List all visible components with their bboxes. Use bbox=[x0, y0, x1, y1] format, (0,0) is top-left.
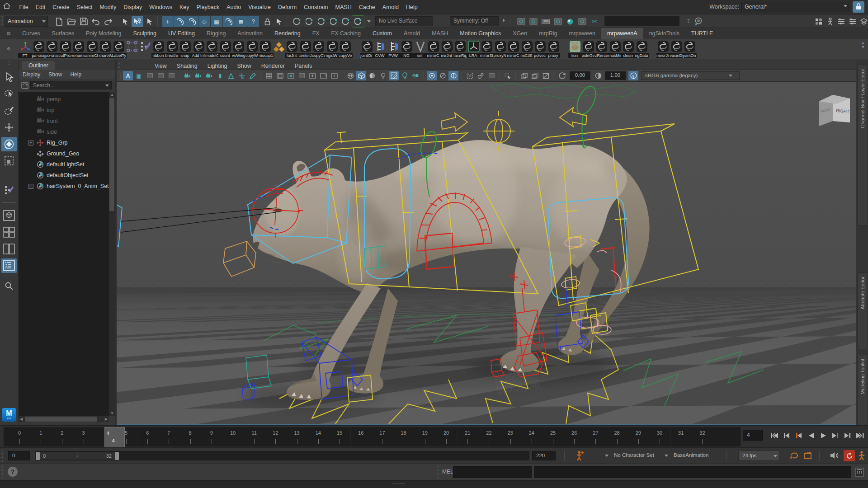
scale-tool-icon[interactable] bbox=[1, 154, 17, 168]
highlight-selection-icon[interactable] bbox=[273, 16, 285, 27]
shelf-tab-uv-editing[interactable]: UV Editing bbox=[162, 28, 201, 39]
shelf-button-vacinDe[interactable]: vacinDe bbox=[670, 40, 683, 59]
shelf-tab-poly-modeling[interactable]: Poly Modeling bbox=[80, 28, 127, 39]
shelf-tab-custom[interactable]: Custom bbox=[367, 28, 398, 39]
paint-skin-weights-icon[interactable] bbox=[1, 183, 17, 197]
shelf-tab-mash[interactable]: MASH bbox=[426, 28, 454, 39]
workspace-lock-icon[interactable] bbox=[853, 1, 864, 13]
shelf-button-PVW[interactable]: PVW bbox=[387, 40, 400, 59]
outliner-title[interactable]: Outliner bbox=[22, 61, 55, 70]
snapshot-icon[interactable] bbox=[541, 71, 551, 80]
playblast-icon[interactable] bbox=[803, 451, 812, 462]
current-frame-indicator[interactable]: 44 bbox=[104, 427, 125, 448]
shelf-button-rigData[interactable]: rigData bbox=[636, 40, 648, 59]
shelf-button-faceRig[interactable]: faceRig bbox=[454, 40, 467, 59]
outliner-layout-icon[interactable] bbox=[1, 258, 17, 273]
copy-buffer-icon[interactable] bbox=[519, 71, 529, 80]
humanize-icon[interactable] bbox=[824, 16, 836, 27]
shelf-button-clean[interactable]: clean bbox=[622, 40, 635, 59]
shelf-button-pa-snap[interactable]: pa-snap bbox=[33, 40, 45, 59]
gamma-field[interactable]: 1.00 bbox=[605, 71, 626, 80]
resolution-gate-icon[interactable] bbox=[286, 71, 296, 80]
contrast-icon[interactable] bbox=[593, 71, 603, 80]
shelf-button-copyVe[interactable]: copyVe bbox=[339, 40, 352, 59]
anim-start-field[interactable]: 0 bbox=[8, 451, 30, 460]
mel-label[interactable]: MEL bbox=[442, 469, 453, 475]
render-icon-1[interactable] bbox=[528, 16, 539, 27]
go-to-start-button[interactable] bbox=[769, 430, 780, 441]
undo-icon[interactable] bbox=[90, 16, 102, 27]
toolbox-grip[interactable] bbox=[8, 61, 12, 66]
shelf-button-breathe[interactable]: breathe bbox=[166, 40, 179, 59]
shelf-tab-rendering[interactable]: Rendering bbox=[269, 28, 307, 39]
bookmark-icon[interactable]: ▮ bbox=[215, 71, 225, 80]
menu-deform[interactable]: Deform bbox=[274, 1, 300, 15]
select-camera-icon[interactable] bbox=[183, 71, 193, 80]
step-back-frame-button[interactable] bbox=[781, 430, 793, 441]
charset-dropdown-arrow[interactable] bbox=[605, 455, 609, 457]
shelf-button-mirorC[interactable]: mirorC bbox=[427, 40, 440, 59]
snap-grid-icon[interactable]: + bbox=[162, 16, 174, 27]
range-end-handle[interactable] bbox=[115, 452, 119, 460]
shelf-tab-fx-caching[interactable]: FX Caching bbox=[326, 28, 367, 39]
viewport-menu-show[interactable]: Show bbox=[232, 61, 256, 69]
snap-help-icon[interactable]: ? bbox=[247, 16, 259, 27]
render-settings-icon[interactable] bbox=[340, 16, 352, 27]
shelf-button-modelC[interactable]: modelC bbox=[206, 40, 218, 59]
sidebar-tab-modeling-toolkit[interactable]: Modeling Toolkit bbox=[857, 355, 868, 429]
play-backwards-button[interactable] bbox=[805, 430, 817, 441]
outliner-item-side[interactable]: ">side bbox=[19, 127, 109, 138]
outliner-item-hairSystem_0_Anim_Set[interactable]: +hairSystem_0_Anim_Set bbox=[19, 181, 109, 192]
render-icon-4[interactable] bbox=[564, 16, 576, 27]
outliner-menu-display[interactable]: Display bbox=[19, 70, 44, 78]
xray-joints-icon[interactable] bbox=[476, 71, 486, 80]
motion-blur-icon[interactable] bbox=[410, 71, 420, 80]
viewport-3d-scene[interactable]: RIGHT FRONT bbox=[117, 82, 856, 424]
menu-visualize[interactable]: Visualize bbox=[245, 1, 274, 15]
shelf-button-jointOn[interactable]: jointOn bbox=[684, 40, 696, 59]
camera-attributes-icon[interactable] bbox=[204, 71, 214, 80]
shelf-button-ribbon[interactable]: ribbon bbox=[152, 40, 165, 59]
outliner-menu-show[interactable]: Show bbox=[44, 70, 66, 78]
film-gate-icon[interactable] bbox=[275, 71, 285, 80]
shelf-button-snap[interactable]: snap bbox=[179, 40, 192, 59]
open-render-view-icon[interactable] bbox=[303, 16, 315, 27]
outliner-item-front[interactable]: ">front bbox=[19, 116, 109, 127]
move-tool-icon[interactable] bbox=[1, 120, 17, 135]
shelf-tab-animation[interactable]: Animation bbox=[231, 28, 269, 39]
image-plane-icon[interactable] bbox=[226, 71, 236, 80]
exposure-field[interactable]: 0.00 bbox=[570, 71, 590, 80]
sidebar-tab-channel-box-layer-editor[interactable]: Channel Box / Layer Editor bbox=[857, 65, 868, 225]
shelf-tab-mrpaween[interactable]: mrpaween bbox=[563, 28, 601, 39]
snap-together-icon[interactable] bbox=[352, 16, 364, 27]
shelf-tab-arnold[interactable]: Arnold bbox=[398, 28, 426, 39]
anim-mode-icon[interactable]: A bbox=[123, 71, 133, 80]
shelf-button-dotspen[interactable] bbox=[139, 40, 152, 59]
menu-help[interactable]: Help bbox=[402, 1, 421, 15]
menu-modify[interactable]: Modify bbox=[96, 1, 120, 15]
fps-dropdown[interactable]: 24 fps bbox=[738, 450, 780, 461]
loop-icon[interactable] bbox=[789, 451, 799, 461]
shelf-tab-rigging[interactable]: Rigging bbox=[201, 28, 231, 39]
snap-view-icon[interactable]: ▦ bbox=[211, 16, 222, 27]
mel-input[interactable] bbox=[453, 466, 532, 478]
xray-icon[interactable] bbox=[465, 71, 475, 80]
shaded-icon[interactable] bbox=[356, 71, 366, 80]
xray-active-icon[interactable] bbox=[486, 71, 496, 80]
shelf-tab-motion-graphics[interactable]: Motion Graphics bbox=[454, 28, 507, 39]
textured-icon[interactable] bbox=[367, 71, 377, 80]
snap-projected-icon[interactable]: ◇ bbox=[198, 16, 210, 27]
sidebar-tab-attribute-editor[interactable]: Attribute Editor bbox=[857, 272, 868, 349]
open-scene-icon[interactable] bbox=[66, 16, 77, 27]
time-slider[interactable]: 0123567891011121314151617181920212223242… bbox=[0, 425, 868, 447]
animlayer-dropdown-arrow[interactable] bbox=[665, 455, 668, 457]
lights-icon[interactable] bbox=[378, 71, 388, 80]
sort-icon[interactable] bbox=[813, 16, 825, 27]
wireframe-icon[interactable] bbox=[345, 71, 355, 80]
lasso-tool-icon[interactable] bbox=[1, 87, 17, 101]
workspace-dropdown[interactable]: General* bbox=[741, 2, 849, 12]
shelf-button-voWeig[interactable]: voWeig bbox=[232, 40, 245, 59]
paint-select-tool-icon[interactable] bbox=[1, 103, 17, 118]
viewport-dim-icon-3[interactable] bbox=[166, 71, 176, 80]
shelf-button-jointOr[interactable]: jointOr bbox=[361, 40, 373, 59]
